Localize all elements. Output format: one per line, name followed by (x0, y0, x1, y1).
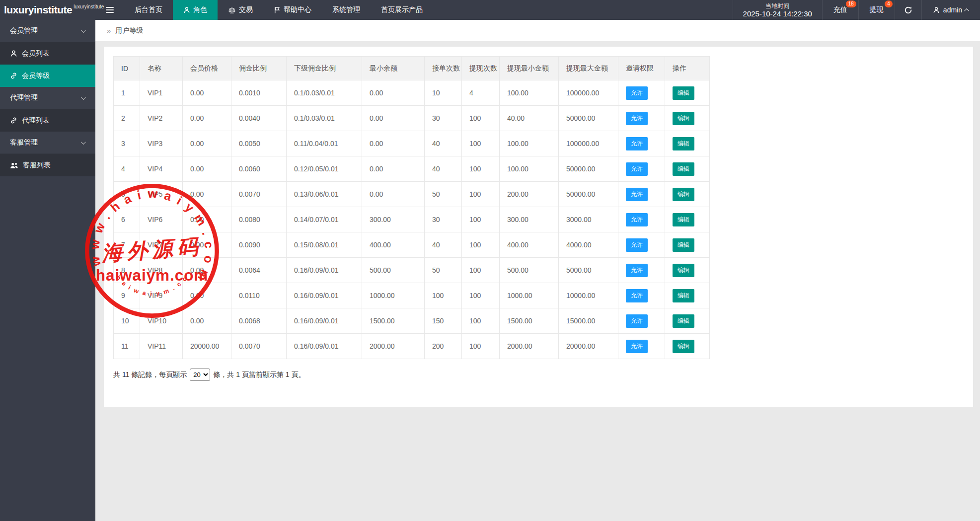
sidebar-item-member-list[interactable]: 会员列表 (0, 42, 95, 65)
edit-button[interactable]: 编辑 (673, 188, 694, 201)
table-row: 4VIP40.000.00600.12/0.05/0.010.004010010… (114, 156, 710, 182)
sidebar-item-member-level[interactable]: 会员等级 (0, 65, 95, 87)
allow-button[interactable]: 允许 (626, 289, 648, 302)
table-cell: 30 (425, 106, 462, 131)
table-cell: 0.0090 (231, 232, 287, 258)
edit-button[interactable]: 编辑 (673, 340, 694, 353)
nav-item-homepage-products[interactable]: 首页展示产品 (371, 0, 433, 20)
edit-button[interactable]: 编辑 (673, 137, 694, 150)
table-cell: 0.15/0.08/0.01 (287, 232, 362, 258)
allow-button[interactable]: 允许 (626, 238, 648, 252)
allow-button[interactable]: 允许 (626, 340, 648, 353)
table-cell: 200 (425, 334, 462, 359)
table-cell: 400.00 (362, 232, 425, 258)
table-cell: 500.00 (500, 258, 559, 283)
pagination-prefix: 共 11 條記錄，每頁顯示 (113, 371, 187, 379)
allow-button[interactable]: 允许 (626, 137, 648, 150)
withdraw-button[interactable]: 提现 4 (858, 0, 895, 20)
col-commission-rate: 佣金比例 (231, 57, 287, 80)
edit-button[interactable]: 编辑 (673, 289, 694, 302)
allow-button[interactable]: 允许 (626, 86, 648, 100)
refresh-button[interactable] (895, 0, 921, 20)
table-cell: 0.0080 (231, 207, 287, 232)
table-cell: 1000.00 (500, 283, 559, 308)
edit-button[interactable]: 编辑 (673, 86, 694, 100)
actions-cell: 编辑 (665, 308, 710, 334)
col-order-count: 接单次数 (425, 57, 462, 80)
sidebar-item-agent-list[interactable]: 代理列表 (0, 109, 95, 132)
actions-cell: 编辑 (665, 182, 710, 207)
nav-item-help-center[interactable]: 帮助中心 (263, 0, 322, 20)
table-cell: 0.16/0.09/0.01 (287, 283, 362, 308)
menu-toggle-button[interactable] (95, 0, 124, 20)
allow-button[interactable]: 允许 (626, 264, 648, 277)
table-cell: 100 (462, 106, 500, 131)
table-cell: 5 (114, 182, 140, 207)
allow-button[interactable]: 允许 (626, 314, 648, 328)
edit-button[interactable]: 编辑 (673, 314, 694, 328)
allow-button[interactable]: 允许 (626, 213, 648, 226)
table-cell: VIP2 (140, 106, 183, 131)
table-cell: 0.00 (183, 232, 231, 258)
table-cell: 300.00 (500, 207, 559, 232)
page-size-select[interactable]: 20 (190, 369, 210, 381)
table-cell: 11 (114, 334, 140, 359)
allow-button[interactable]: 允许 (626, 112, 648, 125)
table-cell: 0.00 (183, 258, 231, 283)
time-value: 2025-10-24 14:22:30 (743, 10, 812, 17)
col-min-withdraw: 提现最小金额 (500, 57, 559, 80)
table-cell: 7 (114, 232, 140, 258)
sidebar-group-service-management[interactable]: 客服管理 (0, 132, 95, 154)
sidebar-group-member-management[interactable]: 会员管理 (0, 20, 95, 42)
table-cell: 100 (462, 131, 500, 156)
nav-item-transactions[interactable]: 交易 (218, 0, 263, 20)
table-cell: 0.00 (183, 283, 231, 308)
actions-cell: 编辑 (665, 283, 710, 308)
table-cell: VIP6 (140, 207, 183, 232)
table-cell: 40 (425, 232, 462, 258)
table-cell: 40 (425, 156, 462, 182)
table-cell: 0.0068 (231, 308, 287, 334)
sidebar-item-service-list[interactable]: 客服列表 (0, 154, 95, 176)
hamburger-icon (106, 7, 114, 13)
allow-button[interactable]: 允许 (626, 188, 648, 201)
edit-button[interactable]: 编辑 (673, 162, 694, 176)
table-row: 7VIP70.000.00900.15/0.08/0.01400.0040100… (114, 232, 710, 258)
chevron-down-icon (81, 28, 86, 33)
table-cell: 0.12/0.05/0.01 (287, 156, 362, 182)
invite-permission-cell: 允许 (618, 80, 665, 106)
sidebar-group-agent-management[interactable]: 代理管理 (0, 87, 95, 109)
user-menu[interactable]: admin (921, 0, 980, 20)
edit-button[interactable]: 编辑 (673, 112, 694, 125)
allow-button[interactable]: 允许 (626, 162, 648, 176)
table-cell: 100.00 (500, 156, 559, 182)
table-cell: 100 (462, 308, 500, 334)
table-cell: 0.0010 (231, 80, 287, 106)
nav-item-system[interactable]: 系统管理 (322, 0, 371, 20)
edit-button[interactable]: 编辑 (673, 213, 694, 226)
nav-label: 交易 (239, 5, 253, 14)
edit-button[interactable]: 编辑 (673, 264, 694, 277)
table-cell: 100.00 (500, 131, 559, 156)
col-id: ID (114, 57, 140, 80)
table-cell: 0.0070 (231, 182, 287, 207)
table-cell: 2 (114, 106, 140, 131)
nav-item-dashboard[interactable]: 后台首页 (124, 0, 173, 20)
table-cell: 1500.00 (362, 308, 425, 334)
table-cell: 0.00 (183, 156, 231, 182)
edit-button[interactable]: 编辑 (673, 238, 694, 252)
table-cell: 1000.00 (362, 283, 425, 308)
table-cell: 0.1/0.03/0.01 (287, 80, 362, 106)
user-icon (10, 50, 17, 57)
table-cell: 200.00 (500, 182, 559, 207)
pagination: 共 11 條記錄，每頁顯示 20 條，共 1 頁當前顯示第 1 頁。 (113, 369, 964, 381)
invite-permission-cell: 允许 (618, 207, 665, 232)
recharge-button[interactable]: 充值 18 (822, 0, 858, 20)
table-cell: 0.1/0.03/0.01 (287, 106, 362, 131)
col-min-balance: 最小余额 (362, 57, 425, 80)
table-cell: 4 (462, 80, 500, 106)
table-cell: 5000.00 (559, 258, 618, 283)
nav-item-roles[interactable]: 角色 (173, 0, 218, 20)
table-cell: 100 (462, 207, 500, 232)
chevron-up-icon (964, 8, 969, 13)
